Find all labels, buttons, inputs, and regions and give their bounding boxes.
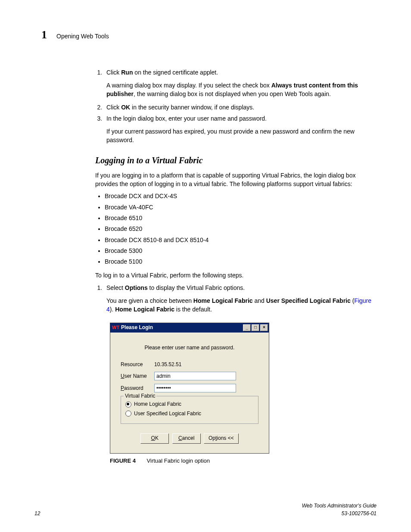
doc-title: Web Tools Administrator's Guide: [302, 502, 377, 510]
vf-steps: Select Options to display the Virtual Fa…: [95, 283, 377, 314]
page-footer: 12 Web Tools Administrator's Guide 53-10…: [34, 502, 377, 517]
vf-step1-text: Select Options to display the Virtual Fa…: [106, 284, 245, 291]
radio-label: User Specified Logical Fabric: [134, 410, 201, 417]
chapter-number: 1: [41, 27, 47, 43]
t: You are given a choice between: [106, 297, 193, 304]
t: Home Logical Fabric: [115, 306, 174, 313]
ok-bold: OK: [121, 104, 130, 111]
close-button[interactable]: ×: [260, 324, 268, 331]
t: , the warning dialog box is not displaye…: [134, 90, 331, 97]
username-label: User Name: [121, 373, 154, 380]
t: and: [253, 297, 266, 304]
t: in the security banner window, if one di…: [130, 104, 254, 111]
dialog-prompt: Please enter user name and password.: [121, 344, 258, 352]
fieldset-legend: Virtual Fabric: [124, 392, 156, 400]
resource-value: 10.35.52.51: [154, 361, 236, 368]
section-title: Opening Web Tools: [56, 32, 109, 40]
radio-home[interactable]: Home Logical Fabric: [125, 401, 254, 408]
wt-logo: WT: [112, 324, 119, 331]
cancel-button[interactable]: Cancel: [172, 433, 201, 443]
t: on the signed certificate applet.: [133, 69, 218, 76]
titlebar: WT Please Login _ □ ×: [110, 323, 269, 333]
t: ).: [110, 306, 115, 313]
t: Select: [106, 284, 125, 291]
t: In the login dialog box, enter your user…: [106, 115, 267, 122]
subsection-heading: Logging in to a Virtual Fabric: [95, 154, 377, 167]
step3-note: If your current password has expired, yo…: [106, 127, 377, 145]
t: A warning dialog box may display. If you…: [106, 82, 271, 89]
step-1: Click Run on the signed certificate appl…: [104, 68, 377, 99]
radio-icon: [125, 411, 131, 417]
platform-item: Brocade DCX and DCX-4S: [105, 192, 377, 200]
radio-user-specified[interactable]: User Specified Logical Fabric: [125, 410, 254, 417]
platform-item: Brocade VA-40FC: [105, 203, 377, 212]
virtual-fabric-group: Virtual Fabric Home Logical Fabric User …: [121, 396, 258, 424]
step1-note: A warning dialog box may display. If you…: [106, 81, 377, 99]
body-content: Click Run on the signed certificate appl…: [41, 68, 377, 465]
ok-button[interactable]: OK: [140, 433, 169, 443]
maximize-button[interactable]: □: [252, 324, 259, 331]
platform-item: Brocade 5100: [105, 257, 377, 266]
t: Home Logical Fabric: [193, 297, 253, 304]
page-number: 12: [34, 510, 40, 517]
platform-item: Brocade 5300: [105, 246, 377, 255]
doc-number: 53-1002756-01: [302, 510, 377, 517]
radio-label: Home Logical Fabric: [134, 401, 181, 408]
vf-step-1: Select Options to display the Virtual Fa…: [104, 283, 377, 314]
step-2: Click OK in the security banner window, …: [104, 103, 377, 112]
t: to display the Virtual Fabric options.: [148, 284, 245, 291]
figure-caption-text: Virtual Fabric login option: [147, 457, 210, 464]
options-button[interactable]: Options <<: [204, 433, 239, 443]
password-input[interactable]: [154, 384, 236, 392]
page-header: 1 Opening Web Tools: [41, 27, 377, 43]
vf-intro: If you are logging in to a platform that…: [95, 171, 377, 189]
figure-label: FIGURE 4: [110, 457, 136, 464]
step1-text: Click Run on the signed certificate appl…: [106, 69, 218, 76]
platform-item: Brocade 6510: [105, 214, 377, 222]
platform-item: Brocade DCX 8510-8 and DCX 8510-4: [105, 236, 377, 244]
options-bold: Options: [125, 284, 148, 291]
run-bold: Run: [121, 69, 133, 76]
step-3: In the login dialog box, enter your user…: [104, 114, 377, 145]
radio-icon: [125, 401, 131, 408]
platform-item: Brocade 6520: [105, 224, 377, 233]
t: User Specified Logical Fabric: [266, 297, 351, 304]
vf-lead: To log in to a Virtual Fabric, perform t…: [95, 271, 377, 280]
platforms-list: Brocade DCX and DCX-4S Brocade VA-40FC B…: [95, 192, 377, 266]
username-input[interactable]: [154, 372, 236, 380]
vf-step1-choice: You are given a choice between Home Logi…: [106, 296, 377, 314]
dialog-title: Please Login: [121, 324, 243, 331]
minimize-button[interactable]: _: [243, 324, 251, 331]
t: Click: [106, 104, 121, 111]
procedure-steps: Click Run on the signed certificate appl…: [95, 68, 377, 145]
resource-label: Resource: [121, 361, 154, 368]
t: Click: [106, 69, 121, 76]
login-dialog: WT Please Login _ □ × Please enter user …: [110, 323, 269, 454]
password-label: Password: [121, 385, 154, 392]
figure-caption: FIGURE 4 Virtual Fabric login option: [110, 457, 377, 465]
t: is the default.: [174, 306, 212, 313]
